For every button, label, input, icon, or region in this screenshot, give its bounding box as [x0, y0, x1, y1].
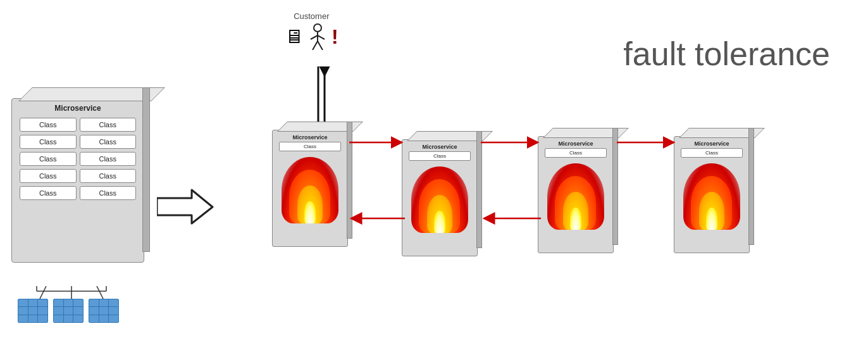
micro-label-1: Microservice: [273, 130, 347, 142]
class-box-2: Class: [80, 118, 137, 132]
class-box-6: Class: [80, 152, 137, 166]
svg-marker-6: [157, 190, 213, 223]
fire-3: [544, 160, 607, 230]
server-body: Microservice Class Class Class Class Cla…: [11, 98, 144, 263]
fire-1: [278, 154, 342, 223]
left-server: Microservice Class Class Class Class Cla…: [11, 98, 151, 288]
micro-body-3: Microservice Class: [538, 136, 614, 253]
class-box-10: Class: [80, 186, 137, 200]
micro-body-4: Microservice Class: [674, 136, 750, 253]
micro-body-2: Microservice Class: [402, 139, 478, 256]
micro-side-4: [748, 128, 754, 245]
db-table-1: [18, 299, 48, 323]
class-box-9: Class: [20, 186, 77, 200]
micro-server-1: Microservice Class: [272, 130, 357, 269]
class-box-4: Class: [80, 135, 137, 149]
fire-4: [680, 160, 743, 230]
db-tables: [18, 299, 119, 323]
micro-class-3: Class: [545, 148, 607, 158]
class-box-1: Class: [20, 118, 77, 132]
fire-2: [408, 163, 471, 233]
micro-server-3: Microservice Class: [538, 136, 623, 275]
transform-arrow: [157, 187, 214, 230]
exclaim-icon: !: [332, 27, 338, 47]
customer-icons: 🖥 !: [285, 23, 338, 50]
class-box-3: Class: [20, 135, 77, 149]
micro-label-3: Microservice: [538, 137, 613, 148]
class-box-8: Class: [80, 169, 137, 183]
svg-line-12: [318, 41, 323, 50]
monitor-icon: 🖥: [285, 26, 304, 47]
micro-side-2: [476, 131, 482, 248]
micro-class-1: Class: [279, 142, 341, 151]
customer-label: Customer: [285, 11, 338, 21]
micro-side-1: [347, 122, 352, 239]
person-icon: [307, 23, 328, 50]
svg-point-7: [314, 24, 321, 32]
svg-line-9: [311, 35, 318, 39]
micro-side-3: [612, 128, 618, 245]
class-box-7: Class: [20, 169, 77, 183]
micro-server-4: Microservice Class: [674, 136, 759, 275]
fault-tolerance-title: fault tolerance: [623, 35, 830, 73]
micro-label-2: Microservice: [402, 140, 477, 151]
db-table-2: [53, 299, 84, 323]
db-table-3: [89, 299, 119, 323]
micro-body-1: Microservice Class: [272, 130, 348, 247]
class-grid: Class Class Class Class Class Class Clas…: [12, 115, 144, 203]
micro-label-4: Microservice: [674, 137, 749, 148]
server-side: [142, 87, 150, 252]
micro-server-2: Microservice Class: [402, 139, 487, 279]
customer-section: Customer 🖥 !: [285, 11, 338, 50]
svg-line-10: [318, 35, 325, 39]
svg-line-11: [313, 41, 318, 50]
micro-class-2: Class: [409, 151, 471, 161]
micro-class-4: Class: [681, 148, 743, 158]
class-box-5: Class: [20, 152, 77, 166]
